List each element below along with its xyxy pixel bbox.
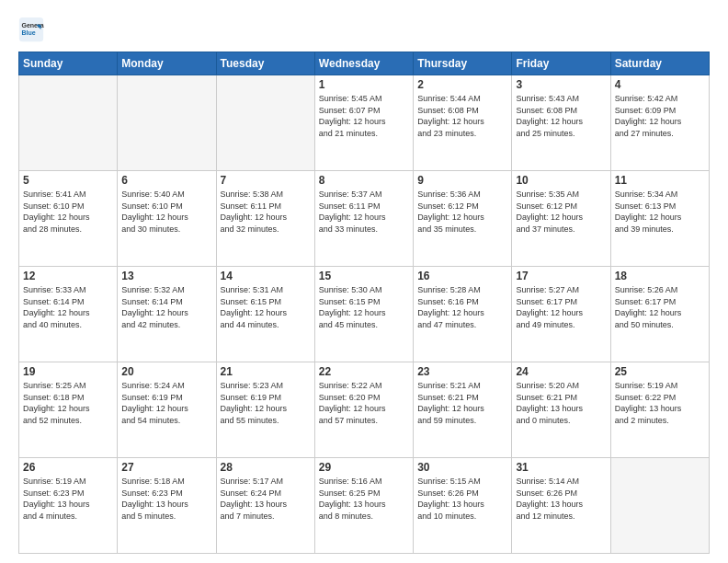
day-info: Sunrise: 5:28 AM Sunset: 6:16 PM Dayligh…: [417, 284, 507, 330]
day-number: 1: [319, 78, 409, 91]
calendar-cell: [610, 458, 709, 554]
weekday-header-tuesday: Tuesday: [216, 52, 314, 75]
day-info: Sunrise: 5:40 AM Sunset: 6:10 PM Dayligh…: [121, 189, 211, 235]
day-info: Sunrise: 5:19 AM Sunset: 6:22 PM Dayligh…: [615, 380, 705, 426]
day-info: Sunrise: 5:24 AM Sunset: 6:19 PM Dayligh…: [121, 380, 211, 426]
calendar-cell: 15Sunrise: 5:30 AM Sunset: 6:15 PM Dayli…: [314, 267, 413, 362]
calendar-cell: 1Sunrise: 5:45 AM Sunset: 6:07 PM Daylig…: [314, 75, 413, 171]
logo: General Blue: [18, 17, 48, 42]
day-number: 22: [319, 365, 409, 378]
day-info: Sunrise: 5:16 AM Sunset: 6:25 PM Dayligh…: [319, 476, 409, 522]
day-info: Sunrise: 5:25 AM Sunset: 6:18 PM Dayligh…: [23, 380, 113, 426]
day-number: 29: [319, 461, 409, 474]
calendar-cell: 4Sunrise: 5:42 AM Sunset: 6:09 PM Daylig…: [610, 75, 709, 171]
calendar-cell: 22Sunrise: 5:22 AM Sunset: 6:20 PM Dayli…: [314, 362, 413, 458]
day-info: Sunrise: 5:20 AM Sunset: 6:21 PM Dayligh…: [516, 380, 606, 426]
day-info: Sunrise: 5:15 AM Sunset: 6:26 PM Dayligh…: [417, 476, 507, 522]
day-info: Sunrise: 5:44 AM Sunset: 6:08 PM Dayligh…: [417, 93, 507, 139]
day-number: 3: [516, 78, 606, 91]
calendar-cell: [216, 75, 314, 171]
day-info: Sunrise: 5:33 AM Sunset: 6:14 PM Dayligh…: [23, 284, 113, 330]
day-info: Sunrise: 5:38 AM Sunset: 6:11 PM Dayligh…: [221, 189, 311, 235]
weekday-header-sunday: Sunday: [19, 52, 118, 75]
day-number: 14: [221, 270, 311, 282]
day-info: Sunrise: 5:17 AM Sunset: 6:24 PM Dayligh…: [221, 476, 311, 522]
calendar-cell: 28Sunrise: 5:17 AM Sunset: 6:24 PM Dayli…: [216, 458, 314, 554]
calendar-cell: 24Sunrise: 5:20 AM Sunset: 6:21 PM Dayli…: [512, 362, 610, 458]
day-info: Sunrise: 5:35 AM Sunset: 6:12 PM Dayligh…: [516, 189, 606, 235]
calendar-cell: 19Sunrise: 5:25 AM Sunset: 6:18 PM Dayli…: [19, 362, 118, 458]
day-number: 25: [615, 365, 705, 378]
calendar-cell: [118, 75, 216, 171]
day-number: 10: [516, 174, 606, 187]
calendar-cell: 21Sunrise: 5:23 AM Sunset: 6:19 PM Dayli…: [216, 362, 314, 458]
day-number: 26: [23, 461, 113, 474]
weekday-header-row: SundayMondayTuesdayWednesdayThursdayFrid…: [19, 52, 710, 75]
day-number: 18: [615, 270, 705, 282]
weekday-header-thursday: Thursday: [414, 52, 512, 75]
day-number: 7: [221, 174, 311, 187]
day-number: 16: [417, 270, 507, 282]
day-info: Sunrise: 5:23 AM Sunset: 6:19 PM Dayligh…: [221, 380, 311, 426]
day-number: 31: [516, 461, 606, 474]
logo-icon: General Blue: [18, 17, 44, 42]
day-number: 8: [319, 174, 409, 187]
calendar-cell: 10Sunrise: 5:35 AM Sunset: 6:12 PM Dayli…: [512, 171, 610, 267]
calendar-cell: 25Sunrise: 5:19 AM Sunset: 6:22 PM Dayli…: [610, 362, 709, 458]
calendar-cell: 27Sunrise: 5:18 AM Sunset: 6:23 PM Dayli…: [118, 458, 216, 554]
calendar-cell: 11Sunrise: 5:34 AM Sunset: 6:13 PM Dayli…: [610, 171, 709, 267]
day-info: Sunrise: 5:32 AM Sunset: 6:14 PM Dayligh…: [121, 284, 211, 330]
day-info: Sunrise: 5:42 AM Sunset: 6:09 PM Dayligh…: [615, 93, 705, 139]
day-info: Sunrise: 5:34 AM Sunset: 6:13 PM Dayligh…: [615, 189, 705, 235]
day-info: Sunrise: 5:18 AM Sunset: 6:23 PM Dayligh…: [121, 476, 211, 522]
page: General Blue SundayMondayTuesdayWednesda…: [0, 0, 728, 563]
day-number: 17: [516, 270, 606, 282]
calendar-cell: 5Sunrise: 5:41 AM Sunset: 6:10 PM Daylig…: [19, 171, 118, 267]
day-number: 27: [121, 461, 211, 474]
day-number: 30: [417, 461, 507, 474]
day-info: Sunrise: 5:26 AM Sunset: 6:17 PM Dayligh…: [615, 284, 705, 330]
day-number: 28: [221, 461, 311, 474]
header: General Blue: [18, 17, 710, 42]
day-info: Sunrise: 5:21 AM Sunset: 6:21 PM Dayligh…: [417, 380, 507, 426]
day-number: 9: [417, 174, 507, 187]
day-number: 4: [615, 78, 705, 91]
calendar-cell: 14Sunrise: 5:31 AM Sunset: 6:15 PM Dayli…: [216, 267, 314, 362]
calendar-cell: 17Sunrise: 5:27 AM Sunset: 6:17 PM Dayli…: [512, 267, 610, 362]
day-info: Sunrise: 5:43 AM Sunset: 6:08 PM Dayligh…: [516, 93, 606, 139]
calendar-table: SundayMondayTuesdayWednesdayThursdayFrid…: [18, 52, 710, 554]
day-number: 23: [417, 365, 507, 378]
day-info: Sunrise: 5:36 AM Sunset: 6:12 PM Dayligh…: [417, 189, 507, 235]
day-number: 15: [319, 270, 409, 282]
calendar-week-4: 26Sunrise: 5:19 AM Sunset: 6:23 PM Dayli…: [19, 458, 710, 554]
day-info: Sunrise: 5:22 AM Sunset: 6:20 PM Dayligh…: [319, 380, 409, 426]
calendar-cell: 6Sunrise: 5:40 AM Sunset: 6:10 PM Daylig…: [118, 171, 216, 267]
svg-text:Blue: Blue: [22, 29, 36, 36]
weekday-header-monday: Monday: [118, 52, 216, 75]
calendar-week-1: 5Sunrise: 5:41 AM Sunset: 6:10 PM Daylig…: [19, 171, 710, 267]
calendar-cell: 31Sunrise: 5:14 AM Sunset: 6:26 PM Dayli…: [512, 458, 610, 554]
day-number: 13: [121, 270, 211, 282]
calendar-week-3: 19Sunrise: 5:25 AM Sunset: 6:18 PM Dayli…: [19, 362, 710, 458]
day-number: 20: [121, 365, 211, 378]
day-number: 21: [221, 365, 311, 378]
day-info: Sunrise: 5:27 AM Sunset: 6:17 PM Dayligh…: [516, 284, 606, 330]
day-info: Sunrise: 5:45 AM Sunset: 6:07 PM Dayligh…: [319, 93, 409, 139]
calendar-cell: 12Sunrise: 5:33 AM Sunset: 6:14 PM Dayli…: [19, 267, 118, 362]
day-number: 12: [23, 270, 113, 282]
calendar-cell: 2Sunrise: 5:44 AM Sunset: 6:08 PM Daylig…: [414, 75, 512, 171]
calendar-cell: 18Sunrise: 5:26 AM Sunset: 6:17 PM Dayli…: [610, 267, 709, 362]
day-info: Sunrise: 5:37 AM Sunset: 6:11 PM Dayligh…: [319, 189, 409, 235]
calendar-cell: 23Sunrise: 5:21 AM Sunset: 6:21 PM Dayli…: [414, 362, 512, 458]
calendar-cell: 3Sunrise: 5:43 AM Sunset: 6:08 PM Daylig…: [512, 75, 610, 171]
calendar-cell: 20Sunrise: 5:24 AM Sunset: 6:19 PM Dayli…: [118, 362, 216, 458]
calendar-cell: 9Sunrise: 5:36 AM Sunset: 6:12 PM Daylig…: [414, 171, 512, 267]
day-number: 2: [417, 78, 507, 91]
day-number: 24: [516, 365, 606, 378]
calendar-cell: 8Sunrise: 5:37 AM Sunset: 6:11 PM Daylig…: [314, 171, 413, 267]
day-number: 19: [23, 365, 113, 378]
calendar-cell: 7Sunrise: 5:38 AM Sunset: 6:11 PM Daylig…: [216, 171, 314, 267]
calendar-cell: 30Sunrise: 5:15 AM Sunset: 6:26 PM Dayli…: [414, 458, 512, 554]
day-info: Sunrise: 5:19 AM Sunset: 6:23 PM Dayligh…: [23, 476, 113, 522]
day-info: Sunrise: 5:14 AM Sunset: 6:26 PM Dayligh…: [516, 476, 606, 522]
